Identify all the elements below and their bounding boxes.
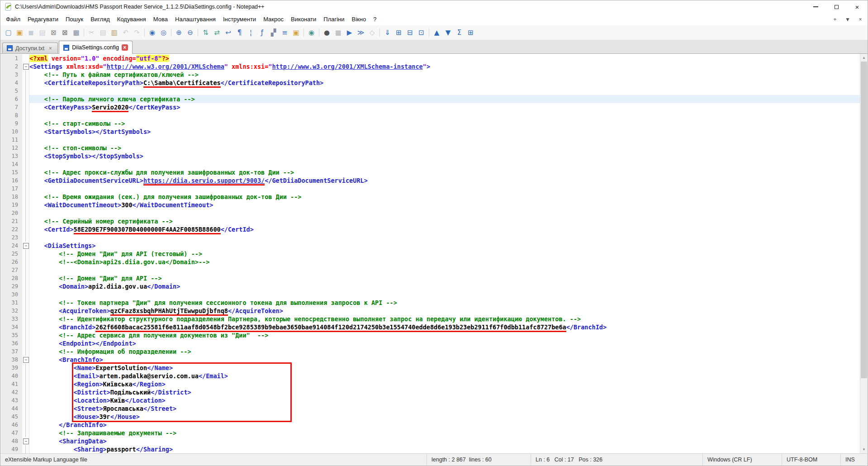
menu-window[interactable]: Вікно bbox=[348, 14, 370, 24]
menu-file[interactable]: Файл bbox=[2, 14, 24, 24]
tab-close-icon[interactable]: × bbox=[122, 44, 128, 51]
menu-view[interactable]: Вигляд bbox=[87, 14, 114, 24]
code-text[interactable]: </BranchInfo> bbox=[29, 421, 860, 429]
menu-macro[interactable]: Макрос bbox=[260, 14, 287, 24]
menu-settings[interactable]: Налаштування bbox=[171, 14, 219, 24]
code-text[interactable] bbox=[29, 136, 860, 144]
code-text[interactable]: <!-- Домен "Дии" для API --> bbox=[29, 274, 860, 282]
code-text[interactable]: <Email>artem.padalka@servio.com.ua</Emai… bbox=[29, 372, 860, 380]
cut-button[interactable]: ✂ bbox=[86, 27, 97, 38]
code-text[interactable] bbox=[29, 87, 860, 95]
fold-collapse-button[interactable] bbox=[22, 242, 29, 250]
undo-button[interactable]: ↶ bbox=[120, 27, 131, 38]
zoom-in-button[interactable]: ⊕ bbox=[173, 27, 185, 38]
find-button[interactable]: ◉ bbox=[147, 27, 158, 38]
code-text[interactable]: <!-- Путь к файлам сертификатов/ключей -… bbox=[29, 71, 860, 79]
tab-diiasettings-config[interactable]: DiiaSettings.config × bbox=[59, 41, 133, 54]
playback-macro-button[interactable]: ▶ bbox=[344, 27, 355, 38]
code-text[interactable]: <BranchInfo> bbox=[29, 356, 860, 364]
fold-collapse-button[interactable] bbox=[22, 437, 29, 445]
new-file-button[interactable]: ▢ bbox=[3, 27, 14, 38]
close-all-button[interactable]: ⊠ bbox=[59, 27, 71, 38]
code-text[interactable]: <!-- Информация об подразделении --> bbox=[29, 347, 860, 356]
scroll-down-arrow[interactable]: ▼ bbox=[860, 446, 868, 453]
menu-edit[interactable]: Редагувати bbox=[24, 14, 62, 24]
status-encoding[interactable]: UTF-8-BOM bbox=[782, 454, 840, 466]
code-text[interactable]: <AcquireToken>qzCFaz8xsbqhPHAhUtjTEwwpuD… bbox=[29, 307, 860, 315]
code-text[interactable]: <Location>Київ</Location> bbox=[29, 396, 860, 404]
menu-encoding[interactable]: Кодування bbox=[114, 14, 150, 24]
fold-collapse-button[interactable] bbox=[22, 356, 29, 364]
plugin-sort-ascending-button[interactable]: ▲ bbox=[431, 27, 442, 38]
code-text[interactable] bbox=[29, 185, 860, 193]
code-text[interactable]: <SharingData> bbox=[29, 437, 860, 445]
menu-tools[interactable]: Інструменти bbox=[219, 14, 260, 24]
code-text[interactable]: <Sharing>passport</Sharing> bbox=[29, 445, 860, 453]
fold-collapse-button[interactable] bbox=[22, 62, 29, 71]
code-text[interactable]: <CertId>58E2D9E7F900307B04000000F4AA2F00… bbox=[29, 225, 860, 233]
close-button[interactable]: × bbox=[847, 0, 868, 13]
code-text[interactable]: <!-- Серийный номер сертификата --> bbox=[29, 217, 860, 225]
code-text[interactable]: <Domain>api2.diia.gov.ua</Domain> bbox=[29, 282, 860, 290]
folder-as-workspace-button[interactable]: ▣ bbox=[290, 27, 302, 38]
code-text[interactable]: <!-- Домен "Дии" для API (тестовый) --> bbox=[29, 250, 860, 258]
plugin-table-button[interactable]: ⊞ bbox=[393, 27, 404, 38]
plugin-cell-button[interactable]: ⊡ bbox=[416, 27, 427, 38]
tab-close-icon[interactable]: × bbox=[47, 45, 53, 52]
vertical-scrollbar[interactable]: ▲ ▼ bbox=[860, 54, 868, 453]
window-list-icon[interactable]: ▼ bbox=[843, 15, 852, 24]
plugin-import-button[interactable]: ⇓ bbox=[382, 27, 393, 38]
close-file-button[interactable]: ⊠ bbox=[48, 27, 59, 38]
scrollbar-thumb[interactable] bbox=[861, 62, 867, 378]
function-list-button[interactable]: ƒ bbox=[256, 27, 268, 38]
code-text[interactable]: <BranchId>262f6608bacac25581f6e811aaf8d0… bbox=[29, 323, 860, 331]
show-all-characters-button[interactable]: ¶ bbox=[234, 27, 245, 38]
code-text[interactable]: <CertKeyPass>Servio2020</CertKeyPass> bbox=[29, 103, 860, 111]
save-all-button[interactable]: ▤ bbox=[37, 27, 48, 38]
code-text[interactable]: <?xml version="1.0" encoding="utf-8"?> bbox=[29, 54, 860, 62]
code-text[interactable]: <!-- Пароль личного ключа сертификата --… bbox=[29, 95, 860, 103]
menu-run[interactable]: Виконати bbox=[287, 14, 320, 24]
code-text[interactable]: <Street>Ярославська</Street> bbox=[29, 404, 860, 413]
code-text[interactable]: <WaitDocumentTimeout>300</WaitDocumentTi… bbox=[29, 201, 860, 209]
indent-guide-button[interactable]: ¦ bbox=[245, 27, 256, 38]
code-text[interactable] bbox=[29, 266, 860, 274]
monitoring-button[interactable]: ◉ bbox=[306, 27, 317, 38]
document-list-button[interactable]: ≡ bbox=[279, 27, 290, 38]
minimize-button[interactable] bbox=[805, 0, 826, 13]
code-text[interactable]: <District>Подільський</District> bbox=[29, 388, 860, 396]
status-insert-mode[interactable]: INS bbox=[840, 454, 868, 466]
plugin-sort-descending-button[interactable]: ▼ bbox=[442, 27, 454, 38]
code-text[interactable]: <Settings xmlns:xsd="http://www.w3.org/2… bbox=[29, 62, 860, 71]
plugin-sigma-button[interactable]: Σ bbox=[454, 27, 465, 38]
code-text[interactable] bbox=[29, 290, 860, 299]
print-button[interactable]: ▦ bbox=[71, 27, 82, 38]
code-text[interactable]: <GetDiiaDocumentServiceURL>https://diia.… bbox=[29, 176, 860, 185]
status-eol-format[interactable]: Windows (CR LF) bbox=[702, 454, 782, 466]
redo-button[interactable]: ↷ bbox=[131, 27, 142, 38]
code-text[interactable]: <!-- старт-символы --> bbox=[29, 119, 860, 128]
code-text[interactable]: <!-- Токен партнера "Дии" для получения … bbox=[29, 299, 860, 307]
code-text[interactable]: <!-- Адрес прокси-службы для получения з… bbox=[29, 168, 860, 176]
code-text[interactable] bbox=[29, 111, 860, 119]
plugin-export-button[interactable]: ⊟ bbox=[404, 27, 416, 38]
replace-button[interactable]: ◎ bbox=[158, 27, 169, 38]
code-text[interactable] bbox=[29, 209, 860, 217]
restore-button[interactable] bbox=[826, 0, 847, 13]
open-file-button[interactable]: ▣ bbox=[14, 27, 25, 38]
scroll-up-arrow[interactable]: ▲ bbox=[860, 54, 868, 62]
code-text[interactable]: <Endpoint></Endpoint> bbox=[29, 339, 860, 347]
code-text[interactable]: <Region>Київська</Region> bbox=[29, 380, 860, 388]
sync-horizontal-scroll-button[interactable]: ⇄ bbox=[211, 27, 223, 38]
close-document-icon[interactable]: × bbox=[856, 15, 865, 24]
code-text[interactable]: <StartSymbols></StartSymbols> bbox=[29, 128, 860, 136]
menu-search[interactable]: Пошук bbox=[62, 14, 87, 24]
paste-button[interactable]: ▥ bbox=[109, 27, 120, 38]
copy-button[interactable]: ▤ bbox=[97, 27, 109, 38]
sync-vertical-scroll-button[interactable]: ⇅ bbox=[200, 27, 211, 38]
code-text[interactable] bbox=[29, 160, 860, 168]
record-macro-button[interactable]: ● bbox=[321, 27, 332, 38]
save-recorded-macro-button[interactable]: ◇ bbox=[366, 27, 378, 38]
code-text[interactable]: <Name>ExpertSolution</Name> bbox=[29, 364, 860, 372]
document-map-button[interactable]: ▞ bbox=[268, 27, 279, 38]
